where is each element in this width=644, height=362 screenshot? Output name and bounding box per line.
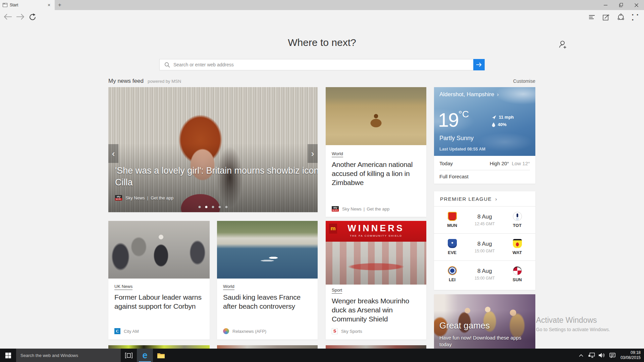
start-button[interactable] <box>0 349 16 362</box>
task-view-icon <box>125 353 132 358</box>
taskbar-clock[interactable]: 09:18 03/08/2015 <box>621 350 641 360</box>
manchester-united-crest-icon <box>448 212 457 221</box>
category-link[interactable]: UK News <box>114 284 132 290</box>
add-person-button[interactable] <box>557 40 568 50</box>
action-center-icon <box>609 353 615 358</box>
corbyn-image <box>108 221 210 279</box>
weather-location-link[interactable]: Aldershot, Hampshire› <box>439 91 499 98</box>
taskbar-search-input[interactable] <box>16 353 121 358</box>
home-team: MUN <box>443 212 462 228</box>
search-input[interactable] <box>173 62 473 67</box>
browser-toolbar: • • • <box>0 10 644 24</box>
fixture-datetime: 8 Aug15:00 GMT <box>475 268 495 281</box>
get-the-app-link[interactable]: Get the app <box>367 206 389 212</box>
volume-icon <box>599 353 605 358</box>
watermark-subtitle: Go to Settings to activate Windows. <box>536 327 610 332</box>
go-button[interactable] <box>473 59 485 70</box>
article-headline: Saudi king leaves France after beach con… <box>223 293 313 311</box>
tab-close-icon[interactable]: ✕ <box>46 3 52 7</box>
weather-last-updated: Last Updated 08:55 AM <box>439 147 485 152</box>
carousel-dots <box>199 206 228 208</box>
windows-logo-icon <box>5 353 11 358</box>
carousel-article-cilla[interactable]: 'She was a lovely girl': Britain mourns … <box>108 87 318 212</box>
tray-chevron-button[interactable] <box>578 352 585 359</box>
more-button[interactable]: • • • <box>632 14 641 20</box>
carousel-dot-3[interactable] <box>212 206 214 208</box>
partial-article-image[interactable] <box>217 345 318 349</box>
partial-article-image[interactable] <box>108 345 210 349</box>
refresh-icon <box>29 13 36 21</box>
network-button[interactable] <box>588 352 595 359</box>
action-center-button[interactable] <box>609 352 616 359</box>
taskbar-search-box <box>16 349 121 362</box>
chevron-up-icon <box>579 354 583 357</box>
weather-today-row: Today High 20°Low 12° <box>439 161 530 166</box>
today-high: High 20° <box>490 161 509 166</box>
relaxnews-logo <box>223 328 229 334</box>
forward-button[interactable] <box>16 13 25 21</box>
home-team: EVE <box>443 239 462 255</box>
task-view-button[interactable] <box>121 349 137 362</box>
article-lion[interactable]: World Another American national accused … <box>326 87 426 217</box>
category-link[interactable]: Sport <box>332 288 342 294</box>
article-source: Relaxnews (AFP) <box>232 329 266 334</box>
go-arrow-icon <box>476 62 482 67</box>
article-source-row: C City AM <box>114 328 139 334</box>
weather-stats: 11 mph 40% <box>492 115 514 129</box>
article-saudi[interactable]: World Saudi king leaves France after bea… <box>217 221 318 340</box>
weather-widget[interactable]: Aldershot, Hampshire› 19°C 11 mph 40% Pa… <box>434 87 535 184</box>
carousel-source-row: skyNEWS Sky News | Get the app <box>115 195 173 200</box>
carousel-prev-button[interactable]: ‹ <box>108 144 118 163</box>
edge-browser-window: Start ✕ + • <box>0 0 644 362</box>
article-headline: Another American national accused of kil… <box>332 160 422 187</box>
premier-league-widget: PREMIER LEAGUE› MUN 8 Aug12:45 GMT TOT E… <box>434 191 535 290</box>
new-tab-button[interactable]: + <box>55 0 65 10</box>
partial-article-image[interactable] <box>326 345 426 349</box>
edge-taskbar-button[interactable]: e <box>137 349 153 362</box>
feed-powered-by: powered by MSN <box>148 79 181 84</box>
full-forecast-link[interactable]: Full Forecast <box>439 174 469 179</box>
fixture-row[interactable]: MUN 8 Aug12:45 GMT TOT <box>434 206 535 233</box>
web-note-button[interactable] <box>602 14 610 20</box>
fixture-row[interactable]: EVE 8 Aug15:00 GMT WAT <box>434 233 535 260</box>
fixture-row[interactable]: LEI 8 Aug15:00 GMT SUN <box>434 260 535 288</box>
carousel-next-button[interactable]: › <box>308 144 318 163</box>
close-icon <box>635 3 638 7</box>
carousel-dot-1[interactable] <box>199 206 201 208</box>
article-wenger[interactable]: WINNERS THE FA COMMUNITY SHIELD m Sport … <box>326 221 426 340</box>
hub-button[interactable] <box>588 14 596 20</box>
weather-sky-image: Aldershot, Hampshire› 19°C 11 mph 40% Pa… <box>434 87 535 156</box>
minimize-button[interactable] <box>598 0 613 10</box>
promo-subtitle: Have fun now! Download these apps today <box>439 335 523 348</box>
carousel-image-shade <box>108 87 318 212</box>
premier-league-header[interactable]: PREMIER LEAGUE› <box>434 191 535 206</box>
carousel-dot-2[interactable] <box>205 206 208 208</box>
great-games-promo[interactable]: Great games Have fun now! Download these… <box>434 294 535 349</box>
volume-button[interactable] <box>598 352 606 359</box>
customise-link[interactable]: Customise <box>513 78 535 84</box>
category-link[interactable]: World <box>332 151 343 157</box>
share-button[interactable] <box>616 14 625 20</box>
tottenham-crest-icon <box>513 212 522 221</box>
refresh-button[interactable] <box>29 13 38 21</box>
file-explorer-button[interactable] <box>153 349 169 362</box>
article-headline: Former Labour leader warns against suppo… <box>114 293 204 311</box>
article-corbyn[interactable]: UK News Former Labour leader warns again… <box>108 221 210 340</box>
news-feed-header: My news feed powered by MSN Customise <box>108 78 535 85</box>
article-source: Sky News <box>342 206 362 212</box>
article-source-row: S Sky Sports <box>332 328 362 334</box>
saudi-image <box>217 221 318 279</box>
network-icon <box>588 353 595 358</box>
page-title: Where to next? <box>0 37 644 48</box>
carousel-dot-5[interactable] <box>225 206 228 208</box>
carousel-dot-4[interactable] <box>219 206 221 208</box>
category-link[interactable]: World <box>223 284 234 290</box>
get-the-app-link[interactable]: Get the app <box>151 195 173 200</box>
article-source-row: skyNEWS Sky News | Get the app <box>332 206 389 212</box>
close-button[interactable] <box>629 0 644 10</box>
maximize-button[interactable] <box>613 0 629 10</box>
banner-caption: THE FA COMMUNITY SHIELD <box>326 234 426 237</box>
back-button[interactable] <box>3 13 12 21</box>
tab-start[interactable]: Start ✕ <box>0 0 55 10</box>
watford-crest-icon <box>513 239 522 248</box>
